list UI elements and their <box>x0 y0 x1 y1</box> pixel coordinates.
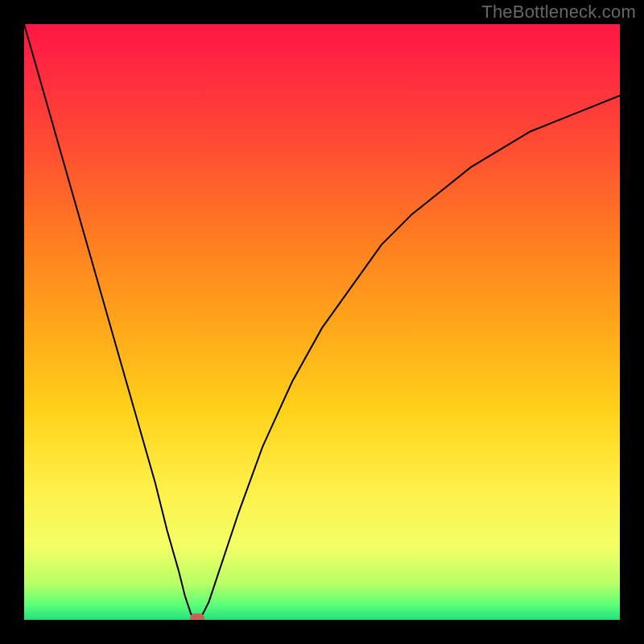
optimal-marker <box>190 613 204 620</box>
chart-frame: TheBottleneck.com <box>0 0 644 644</box>
plot-area <box>24 24 620 620</box>
watermark-text: TheBottleneck.com <box>481 2 636 23</box>
bottleneck-curve <box>24 24 620 620</box>
